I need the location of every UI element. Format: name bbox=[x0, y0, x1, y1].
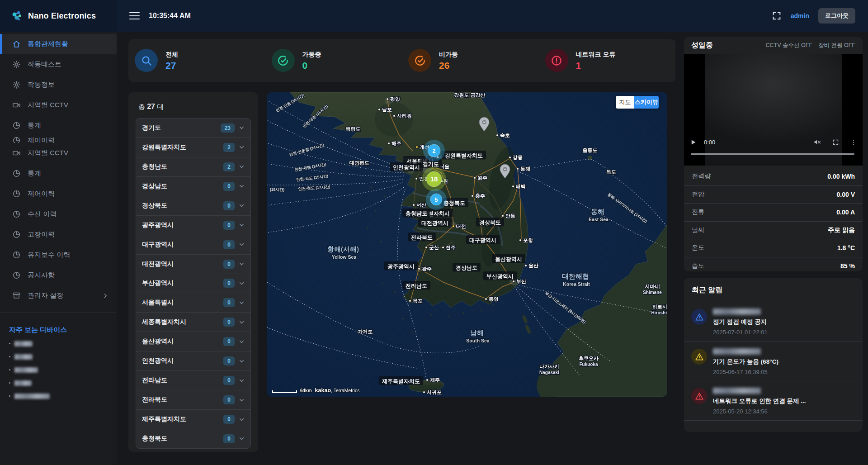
device-cluster-marker[interactable]: 18 bbox=[422, 167, 446, 191]
sidebar-item[interactable]: 고장이력 bbox=[0, 224, 117, 245]
sidebar-item[interactable]: 제어이력 bbox=[0, 184, 117, 204]
sidebar-item[interactable]: 관리자 설정 bbox=[0, 285, 117, 306]
logout-button[interactable]: 로그아웃 bbox=[818, 8, 855, 24]
sidebar-item[interactable]: 제어이력 bbox=[0, 136, 117, 143]
region-row[interactable]: 울산광역시 0 bbox=[136, 332, 250, 351]
metric-label: 전력량 bbox=[692, 172, 827, 180]
foreign-label-en: Nagasaki bbox=[539, 370, 559, 375]
region-count-badge: 0 bbox=[223, 260, 235, 269]
stat-label: 비가동 bbox=[439, 51, 458, 59]
metric-row: 전압 0.00 V bbox=[684, 185, 863, 204]
region-row[interactable]: 제주특별자치도 0 bbox=[136, 409, 250, 429]
device-cluster-marker[interactable]: 5 bbox=[426, 189, 447, 210]
region-row[interactable]: 강원특별자치도 2 bbox=[136, 138, 250, 157]
favorite-device-item[interactable] bbox=[0, 350, 117, 363]
sea-label-en: South Sea bbox=[466, 338, 490, 343]
foreign-label-en: Fukuoka bbox=[579, 362, 598, 367]
stat-value: 1 bbox=[576, 61, 616, 70]
satellite-map[interactable]: 황해(서해)Yellow Sea동해East Sea남해South Sea대한해… bbox=[267, 92, 667, 397]
chevron-down-icon bbox=[239, 378, 245, 384]
region-count-badge: 0 bbox=[223, 337, 235, 346]
region-row[interactable]: 대구광역시 0 bbox=[136, 235, 250, 254]
region-row[interactable]: 서울특별시 0 bbox=[136, 293, 250, 312]
warning-triangle-icon bbox=[695, 313, 704, 322]
play-icon[interactable] bbox=[690, 139, 697, 146]
chevron-down-icon bbox=[239, 261, 245, 267]
svg-text:경기도: 경기도 bbox=[423, 161, 439, 167]
mute-icon[interactable] bbox=[813, 138, 821, 146]
region-row[interactable]: 부산광역시 0 bbox=[136, 274, 250, 293]
device-cluster-marker[interactable]: 2 bbox=[423, 140, 445, 161]
sidebar-item[interactable]: 지역별 CCTV bbox=[0, 95, 117, 115]
region-name: 세종특별자치시 bbox=[142, 318, 219, 326]
region-row[interactable]: 경상북도 0 bbox=[136, 196, 250, 215]
stat-item: 비가동 26 bbox=[402, 49, 539, 72]
region-name: 대전광역시 bbox=[142, 260, 219, 268]
chevron-down-icon bbox=[239, 280, 245, 286]
province-label: 전라북도 bbox=[408, 232, 436, 242]
region-count-badge: 0 bbox=[223, 415, 235, 424]
svg-text:전라북도: 전라북도 bbox=[411, 234, 433, 241]
clock: 10:35:44 AM bbox=[149, 12, 191, 20]
region-row[interactable]: 충청북도 0 bbox=[136, 429, 250, 448]
province-label: 강원특별자치도 bbox=[442, 151, 486, 160]
sidebar-item[interactable]: 지역별 CCTV bbox=[0, 143, 117, 163]
map-view-button[interactable]: 지도 bbox=[616, 96, 634, 109]
sidebar-item[interactable]: 수신 이력 bbox=[0, 204, 117, 224]
sidebar-item[interactable]: 통합관제현황 bbox=[0, 34, 117, 54]
bullet-icon bbox=[9, 343, 10, 344]
chevron-down-icon bbox=[239, 417, 245, 422]
video-frame bbox=[705, 54, 842, 166]
city-dot bbox=[516, 167, 519, 170]
sidebar-item[interactable]: 유지보수 이력 bbox=[0, 245, 117, 265]
notification-timestamp: 2025-07-01 01:22:01 bbox=[713, 329, 855, 336]
sidebar-item[interactable]: 작동테스트 bbox=[0, 54, 117, 75]
favorite-device-item[interactable] bbox=[0, 389, 117, 403]
notification-item[interactable]: 정기 점검 예정 공지 2025-07-01 01:22:01 bbox=[684, 302, 863, 342]
city-label: 태백 bbox=[516, 184, 526, 189]
region-row[interactable]: 광주광역시 0 bbox=[136, 215, 250, 235]
sidebar-item[interactable]: 통계 bbox=[0, 163, 117, 184]
svg-text:인천광역시: 인천광역시 bbox=[393, 164, 420, 171]
region-row[interactable]: 전라남도 0 bbox=[136, 370, 250, 390]
sidebar-item[interactable]: 공지사항 bbox=[0, 265, 117, 285]
region-count-badge: 0 bbox=[223, 201, 235, 210]
bullet-icon bbox=[9, 369, 10, 370]
video-menu-icon[interactable] bbox=[850, 139, 857, 146]
city-dot bbox=[378, 108, 380, 110]
favorite-device-item[interactable] bbox=[0, 337, 117, 350]
video-fullscreen-icon[interactable] bbox=[832, 139, 839, 146]
city-dot bbox=[519, 239, 521, 241]
korea-map[interactable]: 황해(서해)Yellow Sea동해East Sea남해South Sea대한해… bbox=[267, 92, 667, 397]
video-player[interactable]: 0:00 bbox=[684, 54, 863, 166]
chevron-down-icon bbox=[239, 125, 245, 131]
brand-logo[interactable]: Nano Electronics bbox=[0, 0, 117, 32]
island-label: 독도 bbox=[606, 169, 616, 175]
region-row[interactable]: 경상남도 0 bbox=[136, 176, 250, 196]
region-row[interactable]: 인천광역시 0 bbox=[136, 351, 250, 370]
username[interactable]: admin bbox=[791, 12, 809, 19]
region-name: 대구광역시 bbox=[142, 241, 219, 249]
metric-label: 전류 bbox=[692, 208, 836, 216]
region-row[interactable]: 대전광역시 0 bbox=[136, 254, 250, 274]
region-row[interactable]: 경기도 23 bbox=[136, 119, 250, 138]
city-dot bbox=[512, 185, 514, 187]
favorite-device-item[interactable] bbox=[0, 363, 117, 376]
notification-item[interactable]: 기기 온도가 높음 (68°C) 2025-06-17 16:39:05 bbox=[684, 342, 863, 381]
sidebar-item-label: 관리자 설정 bbox=[28, 291, 95, 300]
sea-label-en: East Sea bbox=[589, 217, 609, 222]
favorite-device-item[interactable] bbox=[0, 376, 117, 389]
notification-item[interactable]: 네트워크 오류로 인한 연결 문제 ... 2025-05-20 12:34:5… bbox=[684, 381, 863, 420]
fullscreen-icon[interactable] bbox=[772, 11, 782, 21]
hamburger-menu-icon[interactable] bbox=[129, 12, 140, 20]
city-label: 안동 bbox=[505, 213, 515, 218]
video-progress-bar[interactable] bbox=[691, 153, 854, 155]
skyview-button[interactable]: 스카이뷰 bbox=[634, 96, 659, 109]
region-row[interactable]: 세종특별자치시 0 bbox=[136, 312, 250, 332]
region-count-badge: 2 bbox=[223, 162, 235, 171]
city-dot bbox=[412, 204, 415, 206]
sidebar-item[interactable]: 통계 bbox=[0, 115, 117, 136]
region-row[interactable]: 전라북도 0 bbox=[136, 390, 250, 409]
sidebar-item[interactable]: 작동정보 bbox=[0, 75, 117, 95]
region-row[interactable]: 충청남도 2 bbox=[136, 157, 250, 176]
